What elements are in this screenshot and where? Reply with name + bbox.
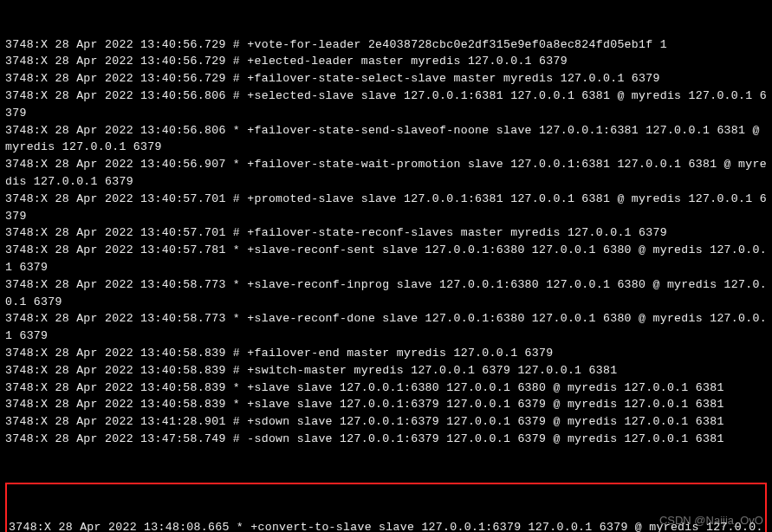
log-line: 3748:X 28 Apr 2022 13:40:57.781 * +slave… <box>5 242 767 276</box>
log-line: 3748:X 28 Apr 2022 13:40:58.839 # +failo… <box>5 345 767 362</box>
log-line: 3748:X 28 Apr 2022 13:40:56.729 # +vote-… <box>5 36 767 54</box>
log-line: 3748:X 28 Apr 2022 13:41:28.901 # +sdown… <box>5 413 767 431</box>
log-line: 3748:X 28 Apr 2022 13:40:57.701 # +promo… <box>5 191 767 225</box>
log-lines-container: 3748:X 28 Apr 2022 13:40:56.729 # +vote-… <box>5 36 767 448</box>
log-line: 3748:X 28 Apr 2022 13:40:58.839 * +slave… <box>5 380 767 397</box>
terminal-output[interactable]: 3748:X 28 Apr 2022 13:40:56.729 # +vote-… <box>5 2 767 532</box>
highlighted-log-entry: 3748:X 28 Apr 2022 13:48:08.665 * +conve… <box>5 483 767 532</box>
log-line: 3748:X 28 Apr 2022 13:40:57.701 # +failo… <box>5 224 767 242</box>
log-line: 3748:X 28 Apr 2022 13:40:58.773 * +slave… <box>5 310 767 345</box>
log-line: 3748:X 28 Apr 2022 13:40:56.907 * +failo… <box>5 156 767 191</box>
log-line: 3748:X 28 Apr 2022 13:40:58.839 * +slave… <box>5 396 767 413</box>
log-line: 3748:X 28 Apr 2022 13:40:58.839 # +switc… <box>5 362 767 380</box>
log-line-highlighted: 3748:X 28 Apr 2022 13:48:08.665 * +conve… <box>9 519 763 532</box>
log-line: 3748:X 28 Apr 2022 13:40:56.806 * +failo… <box>5 122 767 157</box>
log-line: 3748:X 28 Apr 2022 13:40:56.729 # +elect… <box>5 53 767 70</box>
log-line: 3748:X 28 Apr 2022 13:47:58.749 # -sdown… <box>5 431 767 448</box>
log-line: 3748:X 28 Apr 2022 13:40:56.806 # +selec… <box>5 88 767 122</box>
log-line: 3748:X 28 Apr 2022 13:40:58.773 * +slave… <box>5 276 767 311</box>
log-line: 3748:X 28 Apr 2022 13:40:56.729 # +failo… <box>5 70 767 88</box>
watermark-text: CSDN @Naijia_OvO <box>659 512 763 529</box>
